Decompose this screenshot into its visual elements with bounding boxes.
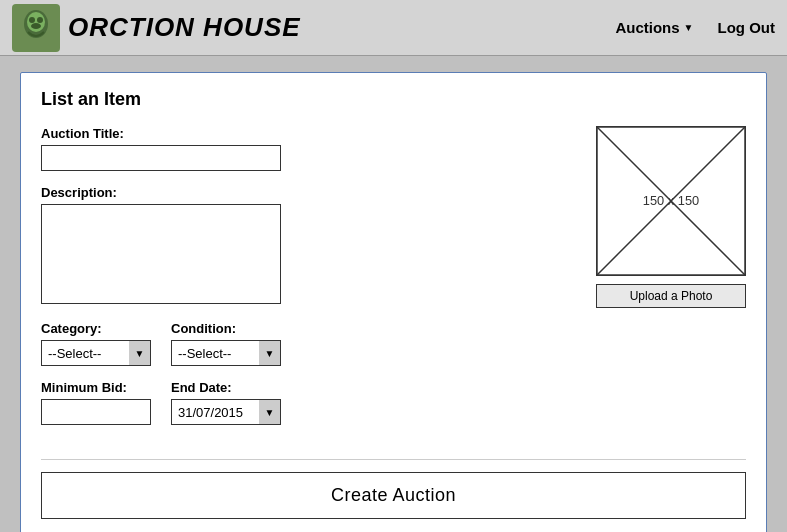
- auction-title-input[interactable]: [41, 145, 281, 171]
- condition-group: Condition: --Select-- ▼: [171, 321, 281, 366]
- min-bid-group: Minimum Bid:: [41, 380, 151, 425]
- auction-title-group: Auction Title:: [41, 126, 572, 171]
- placeholder-image-icon: 150 x 150: [597, 127, 745, 275]
- upload-photo-button[interactable]: Upload a Photo: [596, 284, 746, 308]
- description-input[interactable]: [41, 204, 281, 304]
- min-bid-input[interactable]: [41, 399, 151, 425]
- svg-point-5: [31, 23, 41, 29]
- category-select-wrapper: --Select-- ▼: [41, 340, 151, 366]
- end-date-group: End Date: 31/07/2015 ▼: [171, 380, 281, 425]
- min-bid-label: Minimum Bid:: [41, 380, 151, 395]
- card-title: List an Item: [41, 89, 746, 110]
- header-nav: Auctions ▼ Log Out: [615, 19, 775, 36]
- category-select[interactable]: --Select--: [41, 340, 151, 366]
- category-group: Category: --Select-- ▼: [41, 321, 151, 366]
- auctions-menu[interactable]: Auctions ▼: [615, 19, 693, 36]
- condition-label: Condition:: [171, 321, 281, 336]
- logo-area: Orction House: [12, 4, 301, 52]
- image-placeholder: 150 x 150: [596, 126, 746, 276]
- form-body: Auction Title: Description: Category: --…: [41, 126, 746, 439]
- main-content: List an Item Auction Title: Description:…: [0, 56, 787, 532]
- create-auction-section: Create Auction: [41, 459, 746, 519]
- auctions-dropdown-arrow-icon: ▼: [684, 22, 694, 33]
- logo-text: Orction House: [68, 12, 301, 43]
- category-condition-row: Category: --Select-- ▼ Condition: --: [41, 321, 572, 366]
- svg-point-4: [37, 17, 43, 23]
- description-group: Description:: [41, 185, 572, 307]
- end-date-select[interactable]: 31/07/2015: [171, 399, 281, 425]
- header: Orction House Auctions ▼ Log Out: [0, 0, 787, 56]
- condition-select[interactable]: --Select--: [171, 340, 281, 366]
- auction-title-label: Auction Title:: [41, 126, 572, 141]
- svg-point-3: [29, 17, 35, 23]
- form-right: 150 x 150 Upload a Photo: [596, 126, 746, 439]
- svg-text:150 x 150: 150 x 150: [643, 193, 699, 208]
- end-date-wrapper: 31/07/2015 ▼: [171, 399, 281, 425]
- form-card: List an Item Auction Title: Description:…: [20, 72, 767, 532]
- condition-select-wrapper: --Select-- ▼: [171, 340, 281, 366]
- form-left: Auction Title: Description: Category: --…: [41, 126, 572, 439]
- description-label: Description:: [41, 185, 572, 200]
- logout-button[interactable]: Log Out: [718, 19, 775, 36]
- category-label: Category:: [41, 321, 151, 336]
- end-date-label: End Date:: [171, 380, 281, 395]
- min-bid-end-date-row: Minimum Bid: End Date: 31/07/2015 ▼: [41, 380, 572, 425]
- logo-icon: [12, 4, 60, 52]
- auctions-label: Auctions: [615, 19, 679, 36]
- create-auction-button[interactable]: Create Auction: [41, 472, 746, 519]
